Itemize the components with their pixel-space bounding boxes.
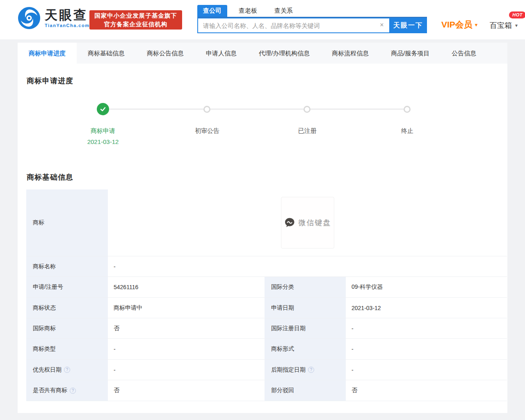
logo-brand: 天眼查	[45, 8, 89, 22]
row-label-partial-rejection: 部分驳回	[265, 380, 346, 401]
step-label-application: 商标申请	[70, 127, 136, 135]
clear-icon[interactable]: ×	[378, 21, 386, 29]
row-value-priority-date: -	[108, 360, 265, 380]
row-value-shared-trademark: 否	[108, 380, 265, 401]
basic-info-section-title: 商标基础信息	[27, 172, 73, 182]
detail-nav-tabs: 商标申请进度 商标基础信息 商标公告信息 申请人信息 代理/办理机构信息 商标流…	[18, 43, 507, 64]
row-value-international-class: 09-科学仪器	[346, 277, 507, 298]
search-tabs: 查公司 查老板 查关系	[197, 6, 427, 18]
row-label-shared-trademark: 是否共有商标 ?	[26, 380, 108, 401]
help-icon[interactable]: ?	[70, 388, 76, 394]
toolbox-label: 百宝箱	[490, 21, 512, 30]
help-icon[interactable]: ?	[308, 367, 314, 373]
search-tab-relation[interactable]: 查关系	[269, 5, 299, 17]
step-application-date: 2021-03-12	[70, 138, 136, 145]
row-value-partial-rejection: 否	[346, 380, 507, 401]
step-label-terminated: 终止	[374, 127, 440, 135]
row-label-registration-number: 申请/注册号	[26, 277, 108, 298]
tab-notice-info[interactable]: 公告信息	[441, 43, 487, 64]
row-value-subsequent-designation-date: -	[346, 360, 507, 380]
trademark-bubble-icon	[284, 217, 295, 228]
tab-trademark-basic-info[interactable]: 商标基础信息	[77, 43, 136, 64]
vip-menu[interactable]: VIP会员 ▾	[441, 19, 477, 30]
caret-down-icon: ▾	[475, 22, 478, 28]
header: 天眼查 TianYanCha.com 国家中小企业发展子基金旗下 官方备案企业征…	[0, 0, 525, 39]
logo-domain: TianYanCha.com	[45, 23, 89, 28]
tianyancha-logo[interactable]: 天眼查 TianYanCha.com	[18, 7, 89, 30]
search-button[interactable]: 天眼一下	[389, 18, 427, 33]
row-label-priority-date: 优先权日期 ?	[26, 360, 108, 380]
search-area: 查公司 查老板 查关系 × 天眼一下	[197, 6, 427, 33]
content-card: 商标申请进度 商标申请 2021-03-12 初审公告 已注册 终止 商标基础信…	[18, 64, 507, 413]
row-value-trademark-type: -	[108, 339, 265, 360]
row-value-international-trademark: 否	[108, 318, 265, 339]
row-label-trademark: 商标	[26, 189, 108, 256]
row-label-trademark-status: 商标状态	[26, 298, 108, 318]
step-pending-dot	[404, 106, 411, 113]
row-value-application-date: 2021-03-12	[346, 298, 507, 318]
toolbox-menu[interactable]: 百宝箱 ▾	[490, 21, 518, 30]
shared-trademark-label-text: 是否共有商标	[33, 387, 67, 394]
tab-goods-services[interactable]: 商品/服务项目	[380, 43, 441, 64]
row-label-subsequent-designation-date: 后期指定日期 ?	[265, 360, 346, 380]
trademark-basic-info-table: 商标 微信键盘 商标名称 - 申请/注册号 54261116 国	[26, 189, 507, 401]
step-label-preliminary-announcement: 初审公告	[174, 127, 240, 135]
hot-badge: HOT	[509, 11, 525, 18]
row-value-trademark-status: 商标申请中	[108, 298, 265, 318]
search-tab-boss[interactable]: 查老板	[233, 5, 263, 17]
priority-date-label-text: 优先权日期	[33, 366, 62, 374]
subsequent-designation-label-text: 后期指定日期	[271, 366, 306, 374]
banner-line-2: 官方备案企业征信机构	[104, 20, 168, 29]
stepper-connector-line	[103, 109, 407, 110]
row-label-trademark-type: 商标类型	[26, 339, 108, 360]
banner-line-1: 国家中小企业发展子基金旗下	[94, 11, 177, 20]
tab-trademark-announcement[interactable]: 商标公告信息	[136, 43, 195, 64]
row-label-international-registration-date: 国际注册日期	[265, 318, 346, 339]
progress-section-title: 商标申请进度	[27, 76, 73, 86]
tianyancha-logo-icon	[18, 7, 41, 30]
caret-down-icon: ▾	[515, 23, 518, 28]
logo-text: 天眼查 TianYanCha.com	[45, 8, 89, 28]
tab-trademark-progress[interactable]: 商标申请进度	[18, 43, 77, 64]
row-value-trademark-form: -	[346, 339, 507, 360]
trademark-image-content: 微信键盘	[284, 217, 331, 228]
page: 天眼查 TianYanCha.com 国家中小企业发展子基金旗下 官方备案企业征…	[0, 0, 525, 420]
search-input[interactable]	[197, 18, 389, 33]
tab-agency-info[interactable]: 代理/办理机构信息	[248, 43, 321, 64]
row-value-trademark-name: -	[108, 256, 507, 277]
row-label-trademark-form: 商标形式	[265, 339, 346, 360]
official-banner: 国家中小企业发展子基金旗下 官方备案企业征信机构	[89, 10, 182, 30]
search-tab-company[interactable]: 查公司	[197, 5, 227, 17]
tab-applicant-info[interactable]: 申请人信息	[195, 43, 248, 64]
step-done-check-icon	[97, 103, 109, 115]
step-pending-dot	[304, 106, 310, 113]
search-row: × 天眼一下	[197, 18, 427, 33]
help-icon[interactable]: ?	[64, 367, 70, 373]
vip-label: VIP会员	[441, 19, 472, 30]
tab-trademark-process[interactable]: 商标流程信息	[321, 43, 380, 64]
row-value-trademark: 微信键盘	[108, 189, 507, 256]
trademark-image[interactable]: 微信键盘	[281, 197, 334, 249]
row-label-international-trademark: 国际商标	[26, 318, 108, 339]
row-value-international-registration-date: -	[346, 318, 507, 339]
row-label-international-class: 国际分类	[265, 277, 346, 298]
row-value-registration-number: 54261116	[108, 277, 265, 298]
row-label-trademark-name: 商标名称	[26, 256, 108, 277]
row-label-application-date: 申请日期	[265, 298, 346, 318]
step-pending-dot	[203, 106, 210, 113]
step-label-registered: 已注册	[274, 127, 340, 135]
trademark-image-text: 微信键盘	[299, 218, 331, 228]
